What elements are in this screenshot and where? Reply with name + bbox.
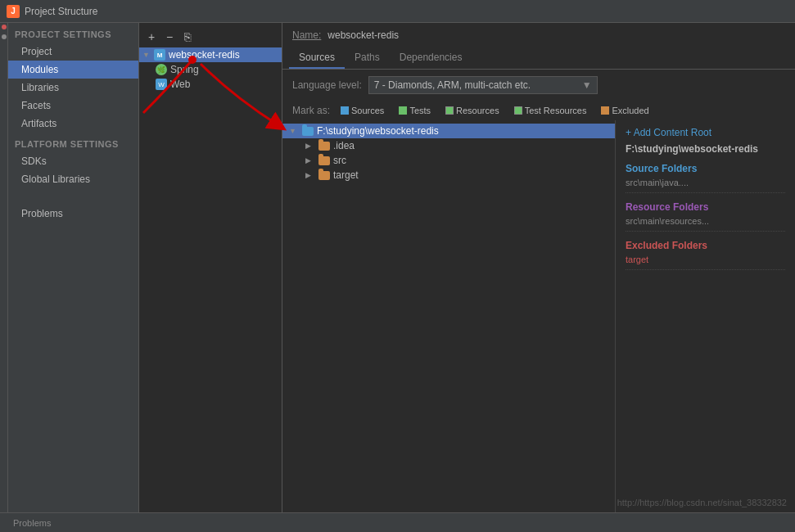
- sidebar-item-modules[interactable]: Modules: [8, 61, 138, 79]
- folder-idea-icon: [318, 142, 330, 151]
- mark-test-resources-label: Test Resources: [525, 106, 587, 115]
- tabs-row: Sources Paths Dependencies: [282, 47, 795, 70]
- resources-color-icon: [445, 106, 454, 115]
- sidebar-item-problems[interactable]: Problems: [8, 205, 138, 223]
- ftree-root[interactable]: ▼ F:\studying\websocket-redis: [282, 124, 615, 138]
- mark-as-row: Mark as: Sources Tests Resources Test Re…: [282, 101, 795, 120]
- mark-as-label: Mark as:: [292, 105, 330, 116]
- ftree-idea-label: .idea: [333, 140, 355, 151]
- name-value: websocket-redis: [327, 29, 399, 41]
- tree-item-spring[interactable]: 🌿 Spring: [139, 62, 282, 77]
- folder-src-icon: [318, 156, 330, 165]
- side-dot-1: [2, 25, 7, 29]
- tab-dependencies[interactable]: Dependencies: [390, 47, 472, 69]
- tree-item-web[interactable]: W Web: [139, 77, 282, 92]
- excluded-folders-value: target: [626, 255, 785, 270]
- web-icon: W: [156, 79, 167, 90]
- dropdown-arrow-icon: ▼: [582, 79, 592, 91]
- side-strip: [0, 23, 8, 512]
- source-folders-value: src\main\java....: [626, 178, 785, 193]
- language-level-row: Language level: 7 - Diamonds, ARM, multi…: [282, 70, 795, 101]
- watermark: http://https://blog.csdn.net/sinat_38332…: [617, 498, 787, 507]
- copy-button[interactable]: ⎘: [180, 29, 195, 44]
- tree-label-web: Web: [170, 79, 190, 90]
- left-panel: Project Settings Project Modules Librari…: [8, 23, 139, 512]
- mark-test-resources-btn[interactable]: Test Resources: [510, 104, 591, 117]
- sidebar-item-sdks[interactable]: SDKs: [8, 152, 138, 170]
- title-bar: J Project Structure: [0, 0, 795, 23]
- sidebar-item-global-libraries[interactable]: Global Libraries: [8, 170, 138, 188]
- name-row: Name: websocket-redis: [282, 23, 795, 47]
- language-level-value: 7 - Diamonds, ARM, multi-catch etc.: [374, 79, 531, 91]
- add-content-root-btn[interactable]: + Add Content Root: [626, 127, 785, 138]
- info-root-path: F:\studying\websocket-redis: [626, 143, 785, 155]
- sidebar-item-artifacts[interactable]: Artifacts: [8, 115, 138, 133]
- tab-sources[interactable]: Sources: [289, 47, 345, 69]
- ftree-target-arrow: ▶: [305, 171, 315, 179]
- tree-item-websocket-redis[interactable]: ▼ M websocket-redis: [139, 47, 282, 62]
- name-label: Name:: [292, 29, 321, 41]
- mark-tests-label: Tests: [409, 106, 431, 115]
- folder-blue-icon: [302, 127, 314, 136]
- ftree-src-label: src: [333, 155, 346, 166]
- sources-color-icon: [341, 106, 349, 115]
- sidebar-item-project[interactable]: Project: [8, 43, 138, 61]
- ftree-target[interactable]: ▶ target: [282, 168, 615, 183]
- test-resources-color-icon: [514, 106, 522, 115]
- spring-icon: 🌿: [156, 64, 167, 75]
- ftree-src[interactable]: ▶ src: [282, 153, 615, 168]
- language-level-label: Language level:: [292, 79, 362, 91]
- tree-label-websocket: websocket-redis: [169, 49, 240, 61]
- mark-resources-btn[interactable]: Resources: [441, 104, 504, 117]
- ftree-root-label: F:\studying\websocket-redis: [317, 125, 439, 137]
- platform-settings-header: Platform Settings: [8, 133, 138, 152]
- language-level-select[interactable]: 7 - Diamonds, ARM, multi-catch etc. ▼: [368, 76, 598, 94]
- mark-excluded-btn[interactable]: Excluded: [597, 104, 653, 117]
- app-icon: J: [7, 5, 20, 18]
- resource-folders-value: src\main\resources...: [626, 216, 785, 232]
- ftree-idea-arrow: ▶: [305, 142, 315, 150]
- tab-paths[interactable]: Paths: [345, 47, 390, 69]
- sidebar-item-libraries[interactable]: Libraries: [8, 79, 138, 97]
- tree-label-spring: Spring: [170, 64, 199, 75]
- resource-folders-title: Resource Folders: [626, 201, 785, 213]
- ftree-src-arrow: ▶: [305, 156, 315, 165]
- excluded-color-icon: [601, 106, 609, 115]
- module-icon: M: [154, 49, 165, 61]
- project-settings-header: Project Settings: [8, 23, 138, 43]
- title-bar-text: Project Structure: [25, 6, 97, 17]
- tests-color-icon: [399, 106, 407, 115]
- bottom-problems[interactable]: Problems: [7, 516, 57, 530]
- mark-sources-btn[interactable]: Sources: [337, 104, 388, 117]
- content-area: ▼ F:\studying\websocket-redis ▶ .idea ▶ …: [282, 120, 795, 512]
- mark-excluded-label: Excluded: [612, 106, 648, 115]
- add-button[interactable]: +: [144, 29, 159, 44]
- excluded-folders-title: Excluded Folders: [626, 240, 785, 251]
- bottom-panel: Problems: [0, 512, 795, 532]
- tree-arrow-websocket: ▼: [142, 51, 151, 59]
- middle-panel: + − ⎘ ▼ M websocket-redis 🌿 Spring W Web: [139, 23, 282, 512]
- toolbar-row: + − ⎘: [139, 26, 282, 47]
- ftree-root-arrow: ▼: [289, 127, 299, 135]
- source-folders-title: Source Folders: [626, 163, 785, 174]
- remove-button[interactable]: −: [162, 29, 177, 44]
- mark-tests-btn[interactable]: Tests: [395, 104, 435, 117]
- file-tree-area: ▼ F:\studying\websocket-redis ▶ .idea ▶ …: [282, 120, 615, 512]
- folder-target-icon: [318, 171, 330, 180]
- mark-sources-label: Sources: [351, 106, 384, 115]
- mark-resources-label: Resources: [456, 106, 499, 115]
- side-dot-2: [2, 34, 7, 39]
- info-panel: + Add Content Root F:\studying\websocket…: [615, 120, 795, 512]
- right-panel: Name: websocket-redis Sources Paths Depe…: [282, 23, 795, 512]
- sidebar-item-facets[interactable]: Facets: [8, 97, 138, 115]
- ftree-idea[interactable]: ▶ .idea: [282, 138, 615, 153]
- ftree-target-label: target: [333, 169, 359, 181]
- main-layout: Project Settings Project Modules Librari…: [0, 23, 795, 512]
